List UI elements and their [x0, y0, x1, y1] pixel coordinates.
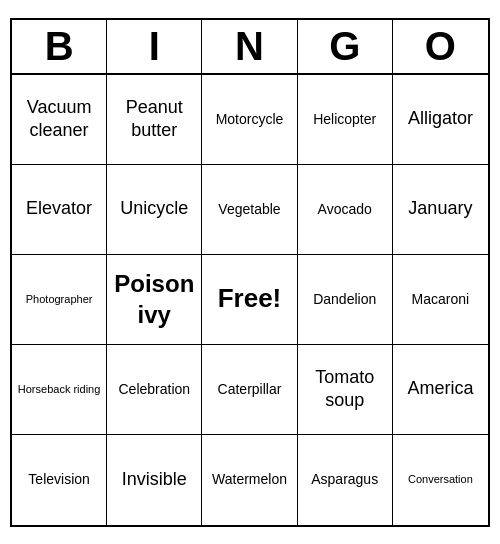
- cell-text: Invisible: [122, 468, 187, 491]
- bingo-cell[interactable]: Peanut butter: [107, 75, 202, 165]
- cell-text: Poison ivy: [111, 268, 197, 330]
- cell-text: Celebration: [118, 380, 190, 398]
- bingo-cell[interactable]: Motorcycle: [202, 75, 297, 165]
- bingo-cell[interactable]: Helicopter: [298, 75, 393, 165]
- bingo-cell[interactable]: Vacuum cleaner: [12, 75, 107, 165]
- cell-text: Avocado: [318, 200, 372, 218]
- cell-text: Horseback riding: [18, 382, 101, 396]
- cell-text: Watermelon: [212, 470, 287, 488]
- bingo-cell[interactable]: Dandelion: [298, 255, 393, 345]
- cell-text: Tomato soup: [302, 366, 388, 413]
- cell-text: January: [408, 197, 472, 220]
- bingo-cell[interactable]: Invisible: [107, 435, 202, 525]
- cell-text: Unicycle: [120, 197, 188, 220]
- bingo-cell[interactable]: Vegetable: [202, 165, 297, 255]
- cell-text: Photographer: [26, 292, 93, 306]
- cell-text: Elevator: [26, 197, 92, 220]
- bingo-cell[interactable]: Photographer: [12, 255, 107, 345]
- cell-text: Caterpillar: [218, 380, 282, 398]
- cell-text: Peanut butter: [111, 96, 197, 143]
- bingo-cell[interactable]: Avocado: [298, 165, 393, 255]
- cell-text: Alligator: [408, 107, 473, 130]
- bingo-cell[interactable]: Elevator: [12, 165, 107, 255]
- bingo-cell[interactable]: America: [393, 345, 488, 435]
- cell-text: Motorcycle: [216, 110, 284, 128]
- bingo-cell[interactable]: Celebration: [107, 345, 202, 435]
- bingo-cell[interactable]: Watermelon: [202, 435, 297, 525]
- bingo-cell[interactable]: Horseback riding: [12, 345, 107, 435]
- cell-text: Dandelion: [313, 290, 376, 308]
- bingo-header: BINGO: [12, 20, 488, 75]
- bingo-grid: Vacuum cleanerPeanut butterMotorcycleHel…: [12, 75, 488, 525]
- cell-text: America: [407, 377, 473, 400]
- bingo-cell[interactable]: Unicycle: [107, 165, 202, 255]
- bingo-card: BINGO Vacuum cleanerPeanut butterMotorcy…: [10, 18, 490, 527]
- bingo-cell[interactable]: Macaroni: [393, 255, 488, 345]
- cell-text: Helicopter: [313, 110, 376, 128]
- bingo-cell[interactable]: Television: [12, 435, 107, 525]
- bingo-cell[interactable]: Poison ivy: [107, 255, 202, 345]
- bingo-cell[interactable]: Alligator: [393, 75, 488, 165]
- cell-text: Free!: [218, 282, 282, 316]
- bingo-cell[interactable]: Asparagus: [298, 435, 393, 525]
- cell-text: Asparagus: [311, 470, 378, 488]
- cell-text: Vacuum cleaner: [16, 96, 102, 143]
- header-letter: I: [107, 20, 202, 73]
- cell-text: Macaroni: [412, 290, 470, 308]
- cell-text: Vegetable: [218, 200, 280, 218]
- bingo-cell[interactable]: January: [393, 165, 488, 255]
- header-letter: B: [12, 20, 107, 73]
- header-letter: N: [202, 20, 297, 73]
- bingo-cell[interactable]: Tomato soup: [298, 345, 393, 435]
- bingo-cell[interactable]: Caterpillar: [202, 345, 297, 435]
- cell-text: Television: [28, 470, 89, 488]
- header-letter: G: [298, 20, 393, 73]
- cell-text: Conversation: [408, 472, 473, 486]
- bingo-cell[interactable]: Free!: [202, 255, 297, 345]
- header-letter: O: [393, 20, 488, 73]
- bingo-cell[interactable]: Conversation: [393, 435, 488, 525]
